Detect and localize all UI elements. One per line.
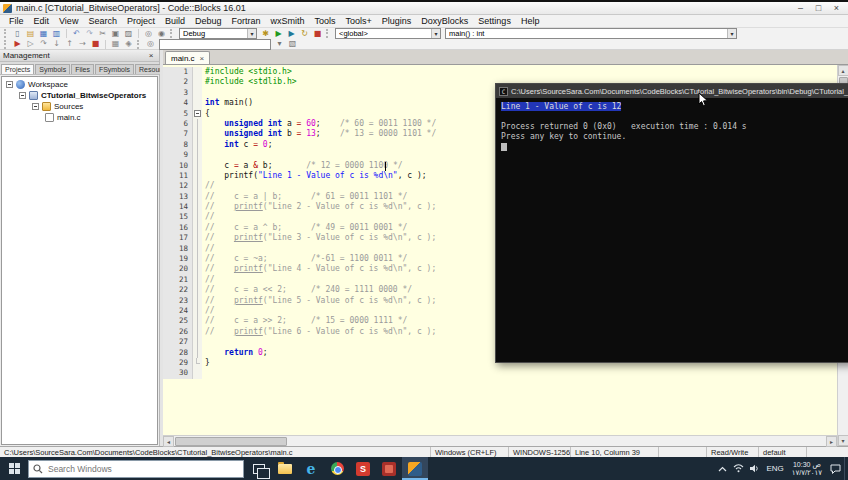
line-number[interactable]: 17 — [163, 233, 193, 243]
fold-collapse-icon[interactable] — [194, 110, 201, 117]
taskbar-app-app-red-s[interactable]: S — [350, 457, 376, 480]
taskbar-app-codeblocks[interactable] — [402, 457, 428, 480]
fold-margin[interactable] — [193, 337, 202, 347]
fold-margin[interactable] — [193, 109, 202, 119]
fold-margin[interactable] — [193, 285, 202, 295]
toolbar-grip[interactable] — [4, 40, 8, 49]
close-icon[interactable]: × — [200, 54, 205, 63]
menu-tools[interactable]: Tools — [310, 16, 341, 26]
line-number[interactable]: 16 — [163, 223, 193, 233]
scroll-left-icon[interactable]: ◂ — [163, 436, 174, 447]
build-target-combo[interactable]: Debug▾ — [179, 28, 257, 39]
action-center-button[interactable] — [827, 457, 844, 480]
tree-item-workspace[interactable]: Workspace — [2, 79, 157, 90]
open-file-button[interactable]: ▤ — [24, 28, 37, 39]
fold-margin[interactable] — [193, 129, 202, 139]
fold-margin[interactable] — [193, 254, 202, 264]
line-number[interactable]: 15 — [163, 212, 193, 222]
menu-edit[interactable]: Edit — [29, 16, 55, 26]
line-number[interactable]: 12 — [163, 181, 193, 191]
incremental-search-input[interactable] — [159, 39, 271, 50]
taskbar-app-chrome[interactable] — [324, 457, 350, 480]
line-number[interactable]: 28 — [163, 348, 193, 358]
chevron-down-icon[interactable]: ▾ — [727, 29, 736, 38]
fold-margin[interactable] — [193, 212, 202, 222]
line-number[interactable]: 1 — [163, 67, 193, 77]
line-number[interactable]: 30 — [163, 368, 193, 378]
line-number[interactable]: 6 — [163, 119, 193, 129]
title-bar[interactable]: main.c [CTutorial_BitwiseOperators] - Co… — [0, 2, 848, 15]
taskbar-app-app-red-2[interactable] — [376, 457, 402, 480]
line-number[interactable]: 25 — [163, 316, 193, 326]
toolbar-grip[interactable] — [170, 29, 174, 38]
tab-fsymbols[interactable]: FSymbols — [95, 64, 134, 74]
line-number[interactable]: 3 — [163, 88, 193, 98]
tab-symbols[interactable]: Symbols — [35, 64, 70, 74]
menu-help[interactable]: Help — [516, 16, 545, 26]
save-file-button[interactable]: ▦ — [37, 28, 50, 39]
console-output[interactable]: Line 1 - Value of c is 12Process returne… — [496, 98, 848, 362]
line-number[interactable]: 11 — [163, 171, 193, 181]
line-number[interactable]: 10 — [163, 161, 193, 171]
tab-projects[interactable]: Projects — [1, 64, 34, 74]
tree-item-ctutorial-bitwiseoperators[interactable]: CTutorial_BitwiseOperators — [2, 90, 157, 101]
maximize-button[interactable]: □ — [810, 3, 827, 14]
language-indicator[interactable]: ENG — [763, 457, 786, 480]
tab-main-c[interactable]: main.c × — [165, 51, 210, 64]
line-number[interactable]: 24 — [163, 306, 193, 316]
taskbar-search[interactable] — [28, 460, 244, 478]
step-out-button[interactable]: ↑ — [63, 39, 76, 50]
cut-button[interactable]: ✂ — [96, 28, 109, 39]
fold-margin[interactable] — [193, 348, 202, 358]
fold-margin[interactable] — [193, 150, 202, 160]
line-number[interactable]: 8 — [163, 140, 193, 150]
menu-settings[interactable]: Settings — [473, 16, 516, 26]
save-all-button[interactable]: ▥ — [50, 28, 63, 39]
line-number[interactable]: 22 — [163, 285, 193, 295]
expander-icon[interactable] — [6, 81, 13, 88]
menu-doxyblocks[interactable]: DoxyBlocks — [416, 16, 473, 26]
fold-margin[interactable] — [193, 223, 202, 233]
tray-expand-button[interactable] — [715, 457, 730, 480]
fold-margin[interactable] — [193, 368, 202, 378]
fold-margin[interactable] — [193, 264, 202, 274]
highlight-matches-button[interactable]: ▧ — [286, 39, 299, 50]
fold-margin[interactable] — [193, 181, 202, 191]
show-desktop-button[interactable] — [844, 457, 848, 480]
fold-margin[interactable] — [193, 296, 202, 306]
menu-plugins[interactable]: Plugins — [377, 16, 417, 26]
step-into-button[interactable]: ↓ — [50, 39, 63, 50]
redo-button[interactable]: ↷ — [83, 28, 96, 39]
taskbar-app-file-explorer[interactable] — [272, 457, 298, 480]
run-to-cursor-button[interactable]: ▷ — [24, 39, 37, 50]
start-button[interactable] — [0, 457, 28, 480]
line-number[interactable]: 2 — [163, 77, 193, 87]
line-number[interactable]: 29 — [163, 358, 193, 368]
menu-project[interactable]: Project — [122, 16, 160, 26]
fold-margin[interactable] — [193, 306, 202, 316]
new-file-button[interactable]: ▯ — [11, 28, 24, 39]
menu-file[interactable]: File — [4, 16, 29, 26]
function-combo[interactable]: main() : int▾ — [445, 28, 737, 39]
line-number[interactable]: 23 — [163, 296, 193, 306]
console-title-bar[interactable]: C C:\Users\SourceSara.Com\Documents\Code… — [496, 84, 848, 98]
horizontal-scrollbar[interactable]: ◂ ▸ — [163, 435, 837, 446]
taskbar-app-task-view[interactable] — [246, 457, 272, 480]
line-number[interactable]: 18 — [163, 244, 193, 254]
toolbar-grip[interactable] — [4, 29, 8, 38]
menu-build[interactable]: Build — [160, 16, 190, 26]
taskbar-clock[interactable]: 10:30 ص ١٧/٧/٢٠١٧ — [787, 461, 827, 477]
rebuild-button[interactable]: ↻ — [298, 28, 311, 39]
fold-margin[interactable] — [193, 161, 202, 171]
expander-icon[interactable] — [32, 103, 39, 110]
chevron-down-icon[interactable]: ▾ — [247, 29, 256, 38]
fold-margin[interactable] — [193, 316, 202, 326]
build-and-run-button[interactable]: ▶ — [285, 28, 298, 39]
next-instruction-button[interactable]: → — [76, 39, 89, 50]
fold-margin[interactable] — [193, 67, 202, 77]
find-button[interactable]: ◎ — [142, 28, 155, 39]
abort-build-button[interactable]: ■ — [311, 28, 324, 39]
line-number[interactable]: 9 — [163, 150, 193, 160]
search-input[interactable] — [46, 463, 239, 475]
close-icon[interactable]: × — [146, 51, 156, 60]
